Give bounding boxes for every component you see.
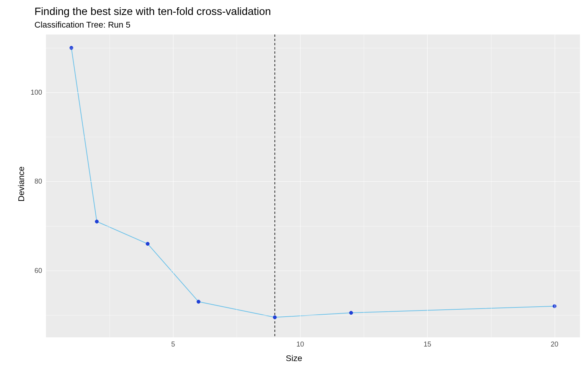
gridline-v-minor: [237, 34, 237, 337]
chart-title: Finding the best size with ten-fold cros…: [34, 5, 271, 18]
y-tick-label: 80: [27, 177, 42, 186]
plot-panel: [46, 34, 580, 337]
data-point: [95, 220, 98, 223]
gridline-v-minor: [491, 34, 492, 337]
gridline-v: [300, 34, 301, 337]
gridline-v: [173, 34, 173, 337]
gridline-h-minor: [46, 48, 580, 48]
gridline-h-minor: [46, 226, 580, 227]
data-point: [273, 315, 276, 319]
plot-svg: [46, 34, 580, 337]
x-tick-label: 5: [171, 340, 175, 348]
gridline-v: [555, 34, 555, 337]
x-axis-label: Size: [286, 353, 302, 363]
x-tick-label: 20: [551, 340, 559, 348]
chart-subtitle: Classification Tree: Run 5: [34, 20, 131, 30]
gridline-h: [46, 181, 580, 182]
data-point: [350, 311, 353, 315]
chart-container: Finding the best size with ten-fold cros…: [0, 0, 588, 368]
gridline-h: [46, 271, 580, 271]
data-point: [146, 242, 149, 246]
y-axis-label: Deviance: [16, 166, 26, 202]
gridline-v: [427, 34, 428, 337]
gridline-v-minor: [364, 34, 364, 337]
gridline-v-minor: [109, 34, 110, 337]
y-tick-label: 60: [27, 266, 42, 274]
gridline-h-minor: [46, 315, 580, 315]
series-line: [71, 48, 554, 317]
data-point: [197, 300, 200, 304]
gridline-h: [46, 92, 580, 93]
y-tick-label: 100: [27, 89, 42, 97]
gridline-h-minor: [46, 137, 580, 137]
x-tick-label: 15: [423, 340, 431, 348]
x-tick-label: 10: [296, 340, 304, 348]
